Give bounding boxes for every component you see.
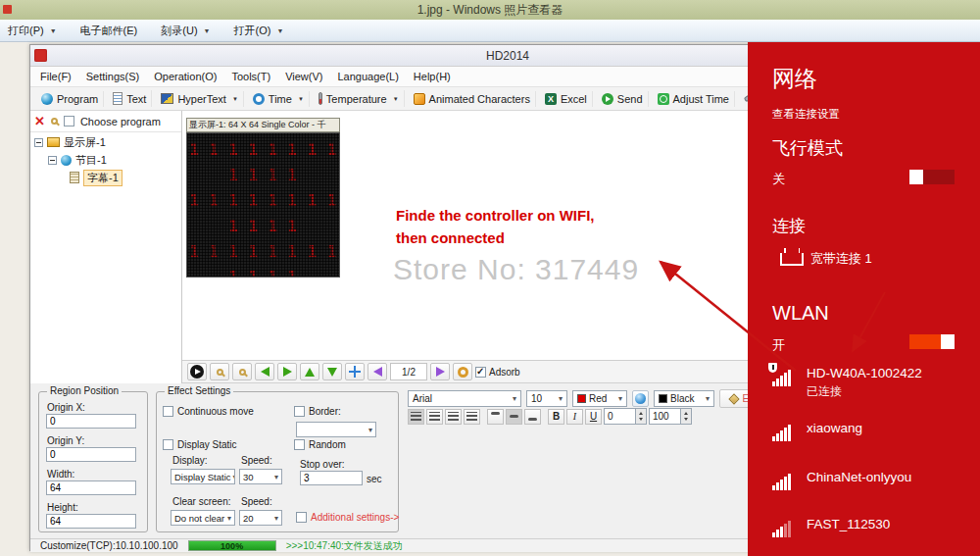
valign-middle-button[interactable] — [506, 409, 522, 425]
menu-print[interactable]: 打印(P)▼ — [8, 24, 57, 38]
display-static-checkbox-row[interactable]: Display Static — [163, 439, 237, 450]
display-mode-select[interactable]: Display Static — [171, 469, 235, 484]
width-input[interactable] — [46, 480, 136, 495]
origin-y-input[interactable] — [46, 447, 136, 462]
origin-x-input[interactable] — [46, 414, 136, 429]
wifi-signal-icon — [772, 474, 796, 490]
background-color-select[interactable]: Black — [654, 390, 714, 407]
align-right-button[interactable] — [445, 409, 462, 425]
valign-bottom-button[interactable] — [524, 409, 541, 425]
additional-settings-row[interactable]: Additional settings-> — [296, 512, 399, 523]
zoom-out-button[interactable] — [232, 363, 252, 380]
height-input[interactable] — [46, 514, 136, 529]
adsorb-checkbox[interactable] — [475, 367, 486, 378]
play-button[interactable] — [187, 363, 207, 380]
charset-button[interactable] — [632, 390, 649, 407]
random-checkbox[interactable] — [294, 439, 305, 450]
menu-burn[interactable]: 刻录(U)▼ — [161, 24, 210, 38]
font-family-select[interactable]: Arial — [408, 390, 521, 407]
bold-button[interactable]: B — [548, 409, 564, 425]
broadband-connection-item[interactable]: 宽带连接 1 — [810, 250, 872, 268]
border-checkbox[interactable] — [294, 406, 305, 417]
menu-email[interactable]: 电子邮件(E) — [80, 24, 138, 38]
border-style-select[interactable] — [296, 422, 376, 437]
wlan-toggle[interactable] — [909, 334, 955, 349]
collapse-icon[interactable] — [48, 156, 57, 165]
random-checkbox-row[interactable]: Random — [294, 439, 346, 450]
continuous-move-checkbox-row[interactable]: Continuous move — [163, 406, 254, 417]
menu-operation[interactable]: Operation(O) — [154, 71, 217, 82]
prev-page-button[interactable] — [368, 363, 387, 380]
menu-open[interactable]: 打开(O)▼ — [234, 24, 284, 38]
move-right-button[interactable] — [277, 363, 297, 380]
clock-icon — [253, 93, 265, 105]
menu-help[interactable]: Help(H) — [414, 71, 451, 82]
program-node-icon — [61, 155, 72, 166]
underline-button[interactable]: U — [585, 409, 602, 425]
stop-over-input[interactable] — [300, 471, 363, 485]
italic-button[interactable]: I — [566, 409, 583, 425]
speed2-select[interactable]: 20 — [239, 510, 282, 526]
font-color-select[interactable]: Red — [572, 390, 627, 407]
program-button[interactable]: Program — [36, 91, 104, 107]
tree-item-screen[interactable]: 显示屏-1 — [30, 134, 181, 150]
text-button[interactable]: Text — [108, 90, 152, 107]
hypertext-button[interactable]: HyperText — [156, 91, 243, 107]
move-center-button[interactable] — [345, 363, 365, 380]
target-button[interactable] — [453, 363, 472, 380]
temperature-button[interactable]: Temperature — [314, 90, 405, 107]
continuous-move-checkbox[interactable] — [163, 406, 173, 417]
spacing-stepper[interactable]: 0 — [604, 408, 647, 425]
stepper-arrows[interactable] — [635, 409, 646, 424]
adsorb-label: Adsorb — [489, 367, 520, 378]
menu-file[interactable]: File(F) — [40, 71, 72, 82]
tree-item-subtitle[interactable]: 字幕-1 — [30, 170, 181, 185]
align-justify-button[interactable] — [464, 409, 480, 425]
animated-characters-button[interactable]: Animated Characters — [409, 91, 536, 107]
next-page-button[interactable] — [430, 363, 450, 380]
wifi-network-chinanet[interactable]: ChinaNet-onlyyou — [807, 470, 911, 484]
choose-program-checkbox[interactable] — [64, 116, 74, 126]
airplane-mode-toggle[interactable] — [909, 170, 955, 184]
led-matrix: 1 1 1 1 1 1 1 1 1 1 1 1 1 1 1 1 1 1 1 1 … — [186, 132, 340, 278]
move-up-button[interactable] — [300, 363, 319, 380]
hd2014-app-icon — [34, 49, 47, 62]
menu-language[interactable]: Language(L) — [337, 71, 398, 82]
menu-tools[interactable]: Tools(T) — [231, 71, 270, 82]
search-icon[interactable] — [51, 118, 58, 125]
collapse-icon[interactable] — [34, 138, 43, 147]
photo-viewer-menubar: 打印(P)▼ 电子邮件(E) 刻录(U)▼ 打开(O)▼ — [0, 20, 980, 42]
percent-stepper[interactable]: 100 — [649, 408, 692, 425]
align-left-button[interactable] — [408, 409, 424, 425]
delete-icon[interactable]: ✕ — [34, 115, 45, 127]
zoom-in-button[interactable] — [210, 363, 229, 380]
display-static-checkbox[interactable] — [163, 439, 173, 450]
menu-settings[interactable]: Settings(S) — [86, 71, 139, 82]
wifi-network-hd-w40a[interactable]: HD-W40A-1002422 — [807, 366, 922, 380]
send-button[interactable]: Send — [597, 91, 649, 107]
wifi-network-xiaowang[interactable]: xiaowang — [807, 421, 862, 435]
time-button[interactable]: Time — [248, 91, 310, 107]
led-screen-preview[interactable]: 显示屏-1: 64 X 64 Single Color - 千 1 1 1 1 … — [186, 118, 340, 278]
wlan-state-label: 开 — [772, 336, 785, 354]
align-justify-icon — [466, 412, 477, 421]
clear-screen-select[interactable]: Do not clear — [171, 510, 235, 526]
menu-view[interactable]: View(V) — [285, 71, 322, 82]
align-center-button[interactable] — [426, 409, 443, 425]
speed1-select[interactable]: 30 — [239, 469, 282, 484]
valign-top-button[interactable] — [487, 409, 504, 425]
move-down-button[interactable] — [322, 363, 342, 380]
excel-button[interactable]: Excel — [540, 91, 593, 107]
image-icon — [161, 93, 173, 104]
wifi-network-fast[interactable]: FAST_112530 — [807, 517, 890, 531]
adjust-time-button[interactable]: Adjust Time — [653, 91, 735, 107]
move-left-button[interactable] — [255, 363, 274, 380]
border-checkbox-row[interactable]: Border: — [294, 406, 341, 417]
tree-item-program[interactable]: 节目-1 — [30, 152, 181, 168]
additional-settings-checkbox[interactable] — [296, 512, 307, 523]
font-toolbar-row1: Arial 10 Red Black Edit — [408, 389, 770, 408]
font-size-select[interactable]: 10 — [526, 390, 567, 407]
view-connection-settings-link[interactable]: 查看连接设置 — [772, 107, 840, 122]
stepper-arrows[interactable] — [680, 409, 691, 424]
valign-top-icon — [490, 412, 501, 421]
